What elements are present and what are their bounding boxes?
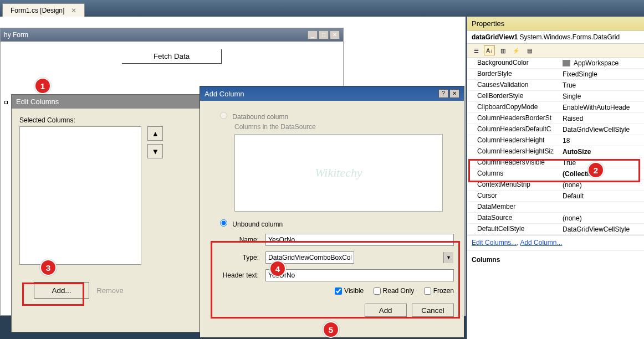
- property-value[interactable]: 18: [560, 135, 644, 146]
- property-value[interactable]: DataGridViewCellStyle: [560, 124, 644, 135]
- property-value[interactable]: (none): [560, 213, 644, 223]
- categorized-icon[interactable]: ☰: [471, 45, 482, 55]
- property-row[interactable]: CursorDefault: [467, 191, 644, 202]
- property-name: ColumnHeadersBorderSt: [467, 113, 560, 124]
- document-tabbar: Form1.cs [Design] ✕: [0, 0, 644, 17]
- tab-label: Form1.cs [Design]: [11, 7, 64, 14]
- property-name: Columns: [467, 168, 560, 179]
- add-button[interactable]: Add: [365, 304, 407, 317]
- readonly-checkbox-label[interactable]: Read Only: [374, 287, 415, 295]
- properties-panel: Properties dataGridView1 System.Windows.…: [467, 17, 644, 339]
- property-value[interactable]: Default: [560, 191, 644, 201]
- unbound-radio[interactable]: [220, 219, 227, 227]
- property-value[interactable]: Raised: [560, 113, 644, 124]
- add-column-dialog: Add Column ? ✕ Databound column Columns …: [200, 86, 464, 338]
- add-column-link[interactable]: Add Column...: [520, 239, 562, 246]
- property-row[interactable]: BorderStyleFixedSingle: [467, 69, 644, 80]
- property-command-links: Edit Columns..., Add Column...: [467, 235, 644, 250]
- property-value[interactable]: [560, 202, 644, 212]
- property-value[interactable]: EnableWithAutoHeade: [560, 102, 644, 112]
- property-description-pane: Columns: [467, 250, 644, 268]
- datasource-columns-listbox: Wikitechy: [234, 134, 443, 212]
- type-label: Type:: [210, 254, 265, 261]
- property-row[interactable]: ColumnHeadersHeight18: [467, 135, 644, 146]
- help-icon[interactable]: ?: [438, 89, 448, 98]
- property-name: ClipboardCopyMode: [467, 102, 560, 112]
- property-name: CellBorderStyle: [467, 91, 560, 101]
- property-value[interactable]: DataGridViewCellStyle: [560, 224, 644, 234]
- dialog-title: Add Column: [205, 90, 244, 98]
- databound-label: Databound column: [232, 113, 288, 121]
- selected-object-type: System.Windows.Forms.DataGrid: [520, 33, 620, 41]
- events-icon[interactable]: ⚡: [510, 45, 522, 55]
- add-button[interactable]: Add...: [34, 282, 89, 299]
- property-row[interactable]: CellBorderStyleSingle: [467, 91, 644, 102]
- color-swatch-icon: [563, 60, 570, 66]
- property-row[interactable]: ColumnHeadersHeightSizAutoSize: [467, 146, 644, 157]
- property-row[interactable]: Columns(Collection): [467, 168, 644, 179]
- property-row[interactable]: DefaultCellStyleDataGridViewCellStyle: [467, 224, 644, 235]
- callout-5: 5: [323, 321, 339, 338]
- tab-form1-design[interactable]: Form1.cs [Design] ✕: [2, 3, 85, 17]
- name-label: Name:: [210, 236, 265, 244]
- close-icon[interactable]: ✕: [71, 7, 76, 14]
- property-row[interactable]: ColumnHeadersVisibleTrue: [467, 157, 644, 168]
- close-icon[interactable]: ✕: [330, 30, 340, 39]
- property-grid[interactable]: BackgroundColorAppWorkspaceBorderStyleFi…: [467, 58, 644, 235]
- property-row[interactable]: ContextMenuStrip(none): [467, 179, 644, 191]
- unbound-radio-row[interactable]: Unbound column: [220, 219, 454, 228]
- property-name: ColumnHeadersDefaultC: [467, 124, 560, 135]
- property-value[interactable]: AutoSize: [560, 146, 644, 157]
- remove-button[interactable]: Remove: [96, 286, 123, 295]
- readonly-checkbox[interactable]: [374, 287, 381, 295]
- property-value[interactable]: True: [560, 80, 644, 90]
- property-name: BackgroundColor: [467, 58, 560, 68]
- move-down-button[interactable]: ▼: [147, 144, 163, 158]
- move-up-button[interactable]: ▲: [147, 126, 163, 141]
- chevron-down-icon[interactable]: ▼: [443, 252, 453, 263]
- cancel-button[interactable]: Cancel: [412, 304, 454, 317]
- visible-checkbox-label[interactable]: Visible: [335, 287, 364, 295]
- form-title: hy Form: [4, 31, 28, 39]
- resize-handle[interactable]: [4, 101, 8, 104]
- close-icon[interactable]: ✕: [449, 89, 459, 98]
- callout-3: 3: [40, 259, 57, 276]
- form-titlebar: hy Form _ □ ✕: [1, 28, 343, 42]
- selected-object-name: dataGridView1: [472, 33, 518, 41]
- property-row[interactable]: ColumnHeadersDefaultCDataGridViewCellSty…: [467, 124, 644, 135]
- edit-columns-link[interactable]: Edit Columns...: [472, 239, 517, 246]
- maximize-icon[interactable]: □: [319, 30, 329, 39]
- property-name: ColumnHeadersVisible: [467, 157, 560, 168]
- databound-radio-row[interactable]: Databound column: [220, 112, 454, 121]
- property-row[interactable]: DataSource(none): [467, 213, 644, 224]
- property-name: CausesValidation: [467, 80, 560, 90]
- property-row[interactable]: BackgroundColorAppWorkspace: [467, 58, 644, 69]
- frozen-checkbox-label[interactable]: Frozen: [424, 287, 454, 295]
- name-input[interactable]: [265, 234, 454, 246]
- property-value[interactable]: Single: [560, 91, 644, 101]
- fetch-data-button[interactable]: Fetch Data: [122, 49, 222, 64]
- property-row[interactable]: ColumnHeadersBorderStRaised: [467, 113, 644, 124]
- property-name: ContextMenuStrip: [467, 179, 560, 190]
- unbound-label: Unbound column: [232, 220, 283, 228]
- property-description-title: Columns: [472, 256, 500, 264]
- property-value[interactable]: (none): [560, 179, 644, 190]
- property-name: DefaultCellStyle: [467, 224, 560, 234]
- frozen-checkbox[interactable]: [424, 287, 431, 295]
- selected-columns-listbox[interactable]: [19, 126, 141, 265]
- property-pages-icon[interactable]: ▤: [524, 45, 535, 55]
- header-text-input[interactable]: [265, 269, 454, 281]
- watermark-text: Wikitechy: [315, 166, 362, 180]
- property-row[interactable]: ClipboardCopyModeEnableWithAutoHeade: [467, 102, 644, 113]
- properties-selected-object[interactable]: dataGridView1 System.Windows.Forms.DataG…: [467, 31, 644, 44]
- minimize-icon[interactable]: _: [308, 30, 318, 39]
- property-name: DataSource: [467, 213, 560, 223]
- property-value[interactable]: FixedSingle: [560, 69, 644, 79]
- property-row[interactable]: DataMember: [467, 202, 644, 213]
- alphabetical-icon[interactable]: A↓: [484, 45, 495, 55]
- properties-icon[interactable]: ▥: [497, 45, 508, 55]
- property-row[interactable]: CausesValidationTrue: [467, 80, 644, 91]
- property-value[interactable]: AppWorkspace: [560, 58, 644, 68]
- databound-radio: [220, 112, 227, 119]
- visible-checkbox[interactable]: [335, 287, 342, 295]
